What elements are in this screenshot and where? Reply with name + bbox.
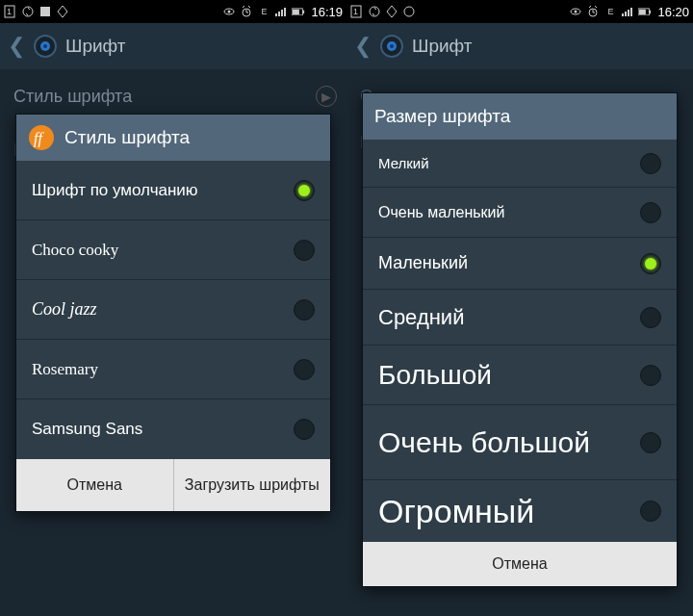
- dialog-button-bar: Отмена: [363, 542, 677, 586]
- option-label: Шрифт по умолчанию: [32, 181, 198, 200]
- network-icon: E: [603, 5, 617, 18]
- font-size-option[interactable]: Мелкий: [363, 140, 677, 188]
- svg-rect-26: [622, 13, 624, 16]
- font-style-option[interactable]: Choco cooky: [16, 220, 330, 280]
- dialog-title: Размер шрифта: [374, 106, 510, 127]
- alarm-icon: [586, 5, 600, 18]
- option-label: Средний: [378, 305, 640, 330]
- svg-point-22: [404, 7, 414, 16]
- svg-rect-32: [639, 9, 646, 13]
- screenshot-icon: [38, 5, 52, 18]
- font-size-option[interactable]: Маленький: [363, 238, 677, 290]
- sync2-icon: [402, 5, 416, 18]
- chevron-right-icon: ▶: [316, 86, 337, 107]
- status-time: 16:19: [311, 5, 343, 19]
- sim-icon: 1: [350, 5, 364, 18]
- radio-icon: [640, 365, 661, 386]
- eye-icon: [569, 5, 582, 18]
- svg-rect-27: [625, 12, 627, 16]
- dialog-title: Стиль шрифта: [64, 127, 190, 148]
- font-size-option[interactable]: Большой: [363, 346, 677, 405]
- option-label: Большой: [378, 360, 640, 391]
- sync-icon: [368, 5, 381, 18]
- radio-icon: [294, 299, 315, 321]
- radio-icon: [294, 240, 315, 261]
- font-style-option[interactable]: Шрифт по умолчанию: [16, 161, 330, 220]
- font-style-option[interactable]: Cool jazz: [16, 280, 330, 340]
- cancel-button[interactable]: Отмена: [16, 459, 174, 511]
- font-size-option[interactable]: Очень маленький: [363, 188, 677, 238]
- svg-rect-13: [293, 9, 299, 13]
- dialog-font-style: ff Стиль шрифта Шрифт по умолчаниюChoco …: [15, 114, 331, 512]
- signal-icon: [274, 5, 288, 18]
- status-bar: 1 E 16:19: [0, 0, 346, 23]
- sim-icon: 1: [4, 5, 17, 18]
- alarm-icon: [240, 5, 253, 18]
- svg-rect-3: [40, 7, 50, 16]
- radio-icon: [640, 307, 661, 328]
- option-label: Samsung Sans: [32, 420, 142, 439]
- network-icon: E: [257, 5, 270, 18]
- option-label: Мелкий: [378, 155, 640, 171]
- option-label: Огромный: [378, 493, 640, 530]
- svg-point-35: [390, 44, 394, 48]
- sync-icon: [21, 5, 35, 18]
- svg-point-16: [43, 44, 47, 48]
- font-style-option[interactable]: Samsung Sans: [16, 399, 330, 459]
- radio-icon: [640, 253, 661, 274]
- page-title: Шрифт: [412, 36, 473, 57]
- font-size-option[interactable]: Средний: [363, 290, 677, 346]
- screen-font-style: 1 E 16:19 ❮ Шрифт Стиль шрифта: [0, 0, 346, 616]
- svg-rect-28: [628, 10, 629, 16]
- font-size-option[interactable]: Огромный: [363, 480, 677, 542]
- page-title: Шрифт: [65, 36, 126, 57]
- dialog-button-bar: Отмена Загрузить шрифты: [16, 459, 330, 511]
- back-icon[interactable]: ❮: [354, 34, 372, 59]
- option-label: Очень маленький: [378, 204, 640, 221]
- svg-text:1: 1: [353, 7, 358, 16]
- option-label: Choco cooky: [32, 241, 118, 260]
- svg-rect-9: [281, 10, 283, 16]
- font-style-option[interactable]: Rosemary: [16, 340, 330, 399]
- screen-font-size: 1 E 16:20 ❮ Шрифт С F: [346, 0, 693, 616]
- svg-rect-29: [630, 8, 632, 16]
- status-bar: 1 E 16:20: [346, 0, 693, 23]
- battery-icon: [292, 5, 305, 18]
- cancel-button[interactable]: Отмена: [363, 542, 677, 586]
- radio-icon: [640, 153, 661, 174]
- svg-rect-8: [278, 12, 280, 16]
- font-size-option[interactable]: Очень большой: [363, 405, 677, 480]
- back-icon[interactable]: ❮: [8, 34, 25, 59]
- app-header: ❮ Шрифт: [0, 23, 346, 69]
- radio-icon: [294, 359, 315, 380]
- svg-rect-10: [284, 8, 286, 16]
- dialog-font-size: Размер шрифта МелкийОчень маленькийМален…: [362, 92, 678, 587]
- download-fonts-button[interactable]: Загрузить шрифты: [174, 459, 331, 511]
- svg-rect-31: [650, 10, 652, 13]
- dialog-header: Размер шрифта: [363, 93, 677, 140]
- signal-icon: [621, 5, 634, 18]
- radio-icon: [294, 180, 315, 201]
- app-icon: [385, 5, 398, 18]
- gear-icon: [379, 34, 404, 59]
- battery-icon: [638, 5, 652, 18]
- eye-icon: [222, 5, 236, 18]
- option-label: Маленький: [378, 253, 640, 273]
- gear-icon: [33, 34, 58, 59]
- radio-icon: [640, 500, 661, 522]
- app-header: ❮ Шрифт: [346, 23, 693, 69]
- radio-icon: [640, 432, 661, 453]
- download-button-label: Загрузить шрифты: [185, 476, 320, 494]
- radio-icon: [294, 419, 315, 440]
- option-label: Очень большой: [378, 427, 640, 458]
- option-label: Cool jazz: [32, 299, 97, 320]
- svg-point-5: [228, 11, 231, 13]
- cancel-button-label: Отмена: [67, 476, 122, 494]
- dialog-header: ff Стиль шрифта: [16, 115, 330, 161]
- svg-rect-12: [303, 10, 305, 13]
- status-time: 16:20: [657, 5, 689, 19]
- option-label: Rosemary: [32, 360, 98, 379]
- svg-point-24: [575, 11, 578, 13]
- radio-icon: [640, 202, 661, 223]
- app-icon: [56, 5, 69, 18]
